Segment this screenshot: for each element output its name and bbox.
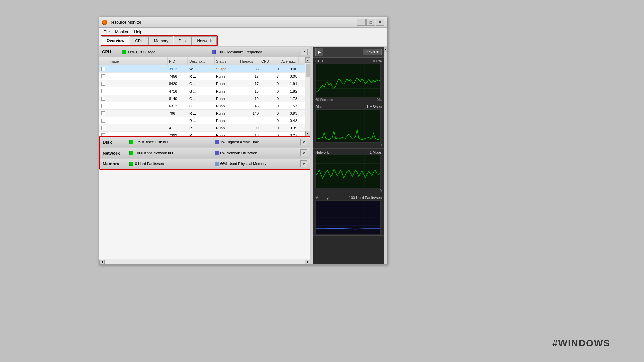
resource-monitor-window: Resource Monitor — □ ✕ File Monitor Help… bbox=[99, 17, 387, 265]
row-check[interactable] bbox=[99, 89, 107, 93]
cpu-title: CPU bbox=[102, 49, 122, 54]
right-scroll-up[interactable]: ▲ bbox=[384, 47, 387, 52]
table-row[interactable]: 6312 G ... Runni... 45 0 1.57 bbox=[99, 102, 305, 110]
row-cpu: 0 bbox=[260, 67, 280, 71]
tab-overview[interactable]: Overview bbox=[102, 36, 129, 45]
tab-disk[interactable]: Disk bbox=[174, 36, 192, 45]
row-cpu: 0 bbox=[260, 89, 280, 93]
right-panel: ▶ Views ▼ CPU 100% bbox=[313, 47, 384, 264]
memory-chart-svg bbox=[316, 201, 380, 234]
minimize-button[interactable]: — bbox=[357, 19, 366, 26]
menu-help[interactable]: Help bbox=[131, 29, 145, 35]
col-status[interactable]: Status bbox=[215, 57, 238, 65]
h-scrollbar[interactable]: ◀ ▶ bbox=[99, 259, 310, 264]
right-panel-scrollbar[interactable]: ▲ bbox=[384, 47, 387, 264]
cpu-scrollbar[interactable]: ▲ ▼ bbox=[305, 57, 310, 136]
row-check[interactable] bbox=[99, 133, 107, 136]
row-avg: 0.93 bbox=[280, 111, 299, 115]
cpu-stat2-label: 100% Maximum Frequency bbox=[217, 50, 262, 54]
splitter[interactable] bbox=[311, 47, 313, 264]
table-row[interactable]: - R ... Runni... - 0 0.48 bbox=[99, 117, 305, 124]
col-threads[interactable]: Threads bbox=[238, 57, 260, 65]
table-row[interactable]: 7392 R ... Runni... 16 0 0.27 bbox=[99, 132, 305, 136]
scroll-down-btn[interactable]: ▼ bbox=[305, 131, 311, 136]
cpu-chart-canvas bbox=[315, 64, 381, 97]
row-avg: 0.48 bbox=[280, 119, 299, 123]
cpu-section-header: CPU 11% CPU Usage 100% Maximum Frequency… bbox=[99, 47, 310, 57]
row-check[interactable] bbox=[99, 67, 107, 71]
row-desc: G ... bbox=[188, 97, 215, 101]
network-expand-btn[interactable]: ∨ bbox=[300, 149, 307, 156]
tab-group-highlighted: Overview CPU Memory Disk Network bbox=[101, 35, 218, 46]
row-status: Runni... bbox=[215, 119, 238, 123]
h-scroll-left[interactable]: ◀ bbox=[99, 260, 105, 264]
row-threads: 99 bbox=[238, 126, 260, 130]
row-cpu: 0 bbox=[260, 82, 280, 86]
scroll-up-btn[interactable]: ▲ bbox=[305, 57, 311, 63]
row-threads: 33 bbox=[238, 67, 260, 71]
row-check[interactable] bbox=[99, 111, 107, 115]
row-check[interactable] bbox=[99, 126, 107, 130]
disk-expand-btn[interactable]: ∨ bbox=[300, 139, 307, 145]
tab-memory[interactable]: Memory bbox=[149, 36, 173, 45]
table-row[interactable]: 8420 G ... Runni... 17 0 1.91 bbox=[99, 80, 305, 87]
row-cpu: 0 bbox=[260, 133, 280, 136]
tab-network[interactable]: Network bbox=[192, 36, 217, 45]
row-check[interactable] bbox=[99, 74, 107, 78]
table-row[interactable]: 796 R ... Runni... 140 0 0.93 bbox=[99, 110, 305, 117]
row-cpu: 0 bbox=[260, 97, 280, 101]
row-avg: 1.82 bbox=[280, 89, 299, 93]
cpu-chart-header: CPU 100% bbox=[315, 59, 382, 63]
col-desc[interactable]: Descrip... bbox=[188, 57, 215, 65]
row-threads: 140 bbox=[238, 111, 260, 115]
right-panel-empty bbox=[313, 236, 384, 264]
close-button[interactable]: ✕ bbox=[376, 19, 384, 26]
row-check[interactable] bbox=[99, 119, 107, 123]
row-avg: 0.27 bbox=[280, 133, 299, 136]
table-row[interactable]: 8140 G ... Runni... 19 0 1.78 bbox=[99, 95, 305, 102]
memory-chart-value: 100 Hard Faults/sec bbox=[349, 196, 382, 200]
row-cpu: 0 bbox=[260, 119, 280, 123]
right-expand-btn[interactable]: ▶ bbox=[315, 48, 323, 56]
disk-section-header[interactable]: Disk 175 KB/sec Disk I/O 1% Highest Acti… bbox=[100, 137, 310, 147]
row-check[interactable] bbox=[99, 104, 107, 108]
disk-stat1-label: 175 KB/sec Disk I/O bbox=[135, 140, 168, 144]
menu-bar: File Monitor Help bbox=[99, 28, 387, 36]
row-check[interactable] bbox=[99, 82, 107, 86]
disk-chart-title: Disk bbox=[315, 105, 322, 109]
row-avg: 0.39 bbox=[280, 126, 299, 130]
col-cpu[interactable]: CPU bbox=[260, 57, 280, 65]
tab-cpu[interactable]: CPU bbox=[130, 36, 148, 45]
disk-title: Disk bbox=[103, 140, 129, 145]
scroll-thumb[interactable] bbox=[306, 64, 310, 77]
menu-monitor[interactable]: Monitor bbox=[112, 29, 131, 35]
row-check[interactable] bbox=[99, 97, 107, 101]
network-stat2-icon bbox=[215, 151, 219, 155]
cpu-collapse-btn[interactable]: ∧ bbox=[301, 49, 308, 55]
col-avg[interactable]: Averag... bbox=[280, 57, 299, 65]
memory-stat2-label: 66% Used Physical Memory bbox=[220, 162, 267, 166]
maximize-button[interactable]: □ bbox=[366, 19, 375, 26]
table-row[interactable]: 7456 R ... Runni... 17 7 3.08 bbox=[99, 73, 305, 80]
right-panel-header: ▶ Views ▼ bbox=[313, 47, 384, 58]
tab-bar: Overview CPU Memory Disk Network bbox=[99, 36, 387, 47]
row-cpu: 0 bbox=[260, 104, 280, 108]
network-stat1: 1060 Kbps Network I/O bbox=[129, 151, 215, 155]
views-btn[interactable]: Views ▼ bbox=[363, 49, 382, 55]
col-name[interactable]: Image bbox=[107, 57, 168, 65]
cpu-table: Image PID Descrip... Status Threads CPU … bbox=[99, 57, 305, 136]
memory-chart-title: Memory bbox=[315, 196, 329, 200]
memory-section-header[interactable]: Memory 0 Hard Faults/sec 66% Used Physic… bbox=[100, 158, 310, 169]
table-row[interactable]: 4716 G ... Runni... 15 0 1.82 bbox=[99, 87, 305, 95]
cpu-stat1-label: 11% CPU Usage bbox=[127, 50, 155, 54]
table-row[interactable]: 4 R ... Runni... 99 0 0.39 bbox=[99, 124, 305, 132]
col-pid[interactable]: PID bbox=[168, 57, 188, 65]
memory-expand-btn[interactable]: ∨ bbox=[300, 160, 307, 167]
h-scroll-right[interactable]: ▶ bbox=[305, 260, 310, 264]
menu-file[interactable]: File bbox=[101, 29, 112, 35]
network-stat1-label: 1060 Kbps Network I/O bbox=[135, 151, 173, 155]
row-status: Runni... bbox=[215, 74, 238, 78]
table-row[interactable]: 3912 W... Suspe... 33 0 0.00 bbox=[99, 65, 305, 73]
row-pid: 8140 bbox=[168, 97, 188, 101]
network-section-header[interactable]: Network 1060 Kbps Network I/O 0% Network… bbox=[100, 147, 310, 158]
